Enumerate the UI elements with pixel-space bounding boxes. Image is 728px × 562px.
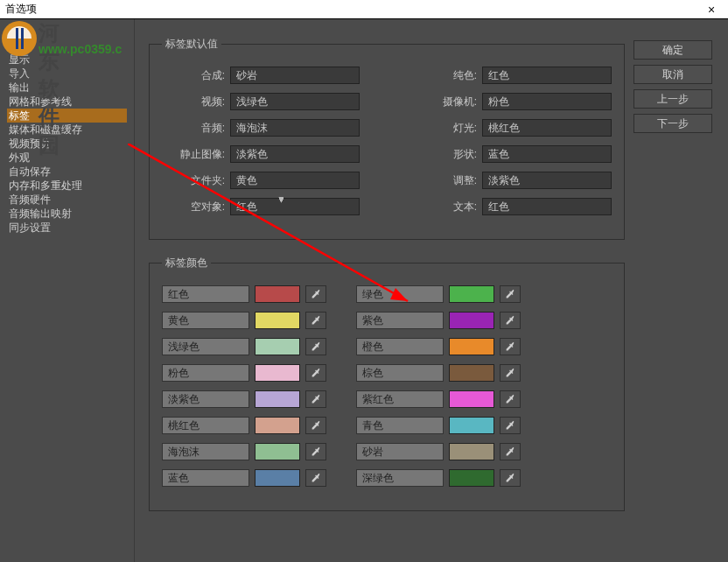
sidebar-item[interactable]: 音频输出映射 (7, 207, 127, 221)
sidebar-item[interactable]: 自动保存 (7, 165, 127, 179)
color-swatch[interactable] (255, 469, 300, 487)
cancel-button[interactable]: 取消 (634, 65, 712, 84)
color-row: 海泡沫砂岩 (162, 442, 612, 461)
sidebar-item[interactable]: 媒体和磁盘缓存 (7, 123, 127, 137)
eyedropper-button[interactable] (500, 364, 521, 382)
ok-button[interactable]: 确定 (634, 40, 712, 60)
sidebar-item[interactable]: 同步设置 (7, 221, 127, 235)
color-name-input[interactable]: 紫色 (356, 312, 444, 329)
default-select[interactable]: 砂岩▼ (230, 67, 360, 84)
default-row: 文件夹:黄色▼调整:淡紫色▼ (162, 171, 612, 190)
eyedropper-button[interactable] (500, 469, 521, 487)
default-row: 空对象:红色▼文本:红色▼ (162, 197, 612, 216)
color-name-input[interactable]: 橙色 (356, 338, 444, 355)
color-swatch[interactable] (449, 443, 494, 460)
sidebar-item[interactable]: 常规 (7, 25, 127, 39)
label-colors-legend: 标签颜色 (162, 256, 211, 270)
color-swatch[interactable] (449, 364, 494, 382)
eyedropper-button[interactable] (305, 285, 326, 303)
default-select[interactable]: 粉色▼ (482, 93, 612, 110)
color-swatch[interactable] (255, 285, 300, 303)
sidebar-item[interactable]: 外观 (7, 151, 127, 165)
sidebar-item[interactable]: 导入 (7, 67, 127, 81)
eyedropper-button[interactable] (305, 364, 326, 382)
color-row: 浅绿色橙色 (162, 337, 612, 356)
next-button[interactable]: 下一步 (634, 114, 712, 133)
color-swatch[interactable] (449, 469, 494, 487)
color-swatch[interactable] (255, 417, 300, 434)
color-name-input[interactable]: 红色 (162, 285, 249, 303)
color-name-input[interactable]: 桃红色 (162, 417, 249, 434)
sidebar-item[interactable]: 视频预览 (7, 137, 127, 151)
default-label: 纯色: (414, 68, 477, 83)
dialog-buttons: 确定 取消 上一步 下一步 (634, 40, 712, 133)
default-select[interactable]: 桃红色▼ (482, 119, 612, 137)
color-swatch[interactable] (255, 338, 300, 355)
window-title: 首选项 (5, 2, 695, 17)
close-button[interactable]: × (695, 0, 728, 18)
sidebar-item[interactable]: 输出 (7, 81, 127, 95)
sidebar-item[interactable]: 内存和多重处理 (7, 179, 127, 193)
color-swatch[interactable] (449, 390, 494, 408)
prev-button[interactable]: 上一步 (634, 89, 712, 109)
eyedropper-button[interactable] (305, 469, 326, 487)
main: 常规预览显示导入输出网格和参考线标签媒体和磁盘缓存视频预览外观自动保存内存和多重… (0, 19, 728, 562)
default-label: 摄像机: (414, 95, 477, 109)
default-select[interactable]: 淡紫色▼ (482, 172, 612, 189)
sidebar-item[interactable]: 预览 (7, 39, 127, 53)
default-select[interactable]: 浅绿色▼ (230, 93, 360, 110)
color-name-input[interactable]: 黄色 (162, 312, 249, 329)
color-name-input[interactable]: 棕色 (356, 364, 444, 382)
color-name-input[interactable]: 砂岩 (356, 443, 444, 460)
eyedropper-button[interactable] (305, 390, 326, 408)
sidebar-item[interactable]: 标签 (7, 109, 127, 123)
eyedropper-button[interactable] (305, 338, 326, 355)
eyedropper-button[interactable] (500, 390, 521, 408)
default-select[interactable]: 蓝色▼ (482, 145, 612, 163)
color-row: 桃红色青色 (162, 416, 612, 435)
color-name-input[interactable]: 粉色 (162, 364, 249, 382)
default-select[interactable]: 红色▼ (482, 198, 612, 215)
default-select[interactable]: 淡紫色▼ (230, 145, 360, 163)
color-swatch[interactable] (255, 443, 300, 460)
default-row: 音频:海泡沫▼灯光:桃红色▼ (162, 118, 612, 137)
color-name-input[interactable]: 绿色 (356, 285, 444, 303)
eyedropper-button[interactable] (500, 312, 521, 329)
default-label: 文件夹: (162, 173, 225, 188)
color-swatch[interactable] (449, 338, 494, 355)
eyedropper-button[interactable] (500, 338, 521, 355)
label-defaults-legend: 标签默认值 (162, 37, 221, 52)
color-swatch[interactable] (255, 312, 300, 329)
sidebar-item[interactable]: 音频硬件 (7, 193, 127, 207)
color-name-input[interactable]: 紫红色 (356, 390, 444, 408)
eyedropper-button[interactable] (500, 443, 521, 460)
label-defaults-group: 标签默认值 合成:砂岩▼纯色:红色▼视频:浅绿色▼摄像机:粉色▼音频:海泡沫▼灯… (149, 37, 625, 240)
eyedropper-button[interactable] (305, 443, 326, 460)
color-row: 粉色棕色 (162, 363, 612, 383)
label-colors-group: 标签颜色 红色绿色黄色紫色浅绿色橙色粉色棕色淡紫色紫红色桃红色青色海泡沫砂岩蓝色… (149, 256, 625, 511)
color-swatch[interactable] (449, 285, 494, 303)
color-name-input[interactable]: 深绿色 (356, 469, 444, 487)
color-swatch[interactable] (449, 312, 494, 329)
default-select[interactable]: 海泡沫▼ (230, 119, 360, 137)
eyedropper-button[interactable] (500, 417, 521, 434)
default-label: 文本: (414, 200, 477, 214)
default-select[interactable]: 红色▼ (230, 198, 360, 215)
default-select[interactable]: 黄色▼ (230, 172, 360, 189)
color-swatch[interactable] (255, 364, 300, 382)
eyedropper-button[interactable] (305, 417, 326, 434)
sidebar-item[interactable]: 显示 (7, 53, 127, 67)
default-select[interactable]: 红色▼ (482, 67, 612, 84)
color-swatch[interactable] (449, 417, 494, 434)
color-swatch[interactable] (255, 390, 300, 408)
color-name-input[interactable]: 蓝色 (162, 469, 249, 487)
color-name-input[interactable]: 淡紫色 (162, 390, 249, 408)
color-name-input[interactable]: 青色 (356, 417, 444, 434)
eyedropper-button[interactable] (305, 312, 326, 329)
titlebar: 首选项 × (0, 0, 728, 19)
color-name-input[interactable]: 浅绿色 (162, 338, 249, 355)
sidebar-item[interactable]: 网格和参考线 (7, 95, 127, 109)
default-label: 灯光: (414, 121, 477, 136)
color-name-input[interactable]: 海泡沫 (162, 443, 249, 460)
eyedropper-button[interactable] (500, 285, 521, 303)
